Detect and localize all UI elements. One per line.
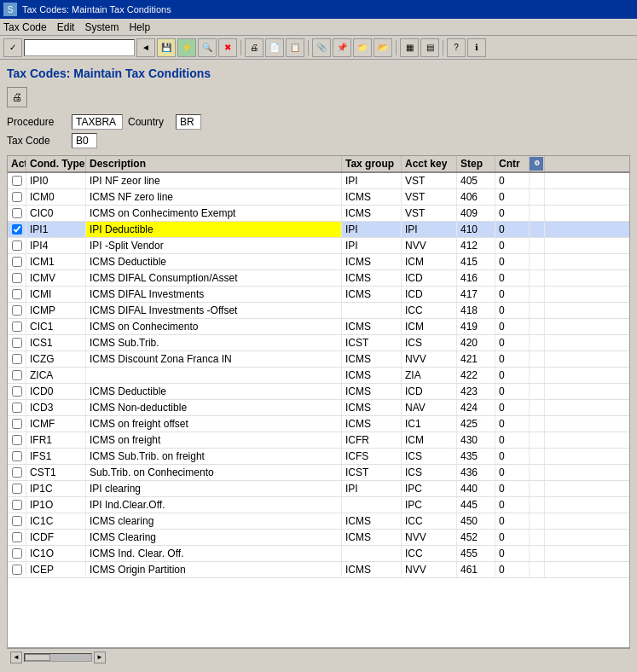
nav-back-btn[interactable]: ◄ [136, 38, 155, 57]
active-checkbox[interactable] [12, 305, 22, 316]
print-action-btn[interactable]: 🖨 [7, 87, 27, 107]
table-row[interactable]: CIC0ICMS on Conhecimento ExemptICMSVST40… [8, 206, 629, 222]
description-cell: ICMS on freight offset [86, 416, 342, 432]
table-row[interactable]: ICD0ICMS DeductibleICMSICD4230 [8, 384, 629, 400]
cond-type-cell: IFS1 [26, 449, 86, 464]
table-row[interactable]: IPI0IPI NF zeor lineIPIVST4050 [8, 173, 629, 189]
scroll-left-btn[interactable]: ◄ [10, 652, 22, 663]
active-checkbox[interactable] [12, 403, 22, 413]
table-row[interactable]: IC1OICMS Ind. Clear. Off.ICC4550 [8, 546, 629, 562]
active-checkbox[interactable] [12, 532, 22, 542]
save-btn[interactable]: 💾 [157, 38, 176, 57]
command-input[interactable] [24, 39, 135, 56]
clipboard3-btn[interactable]: 📁 [353, 38, 372, 57]
active-checkbox[interactable] [12, 484, 22, 494]
table-row[interactable]: IP1OIPI Ind.Clear.Off.IPC4450 [8, 497, 629, 513]
active-checkbox[interactable] [12, 322, 22, 332]
active-checkbox[interactable] [12, 435, 22, 445]
find-btn[interactable]: 🔍 [198, 38, 217, 57]
clipboard-btn[interactable]: 📎 [312, 38, 331, 57]
active-checkbox[interactable] [12, 176, 22, 186]
help-btn[interactable]: ? [447, 38, 466, 57]
table-row[interactable]: ICM0ICMS NF zero lineICMSVST4060 [8, 189, 629, 206]
cntr-cell: 0 [495, 368, 530, 383]
cond-type-cell: ICEP [26, 562, 86, 577]
active-checkbox-cell [8, 287, 26, 302]
clipboard2-btn[interactable]: 📌 [333, 38, 351, 57]
table-row[interactable]: CIC1ICMS on ConhecimentoICMSICM4190 [8, 319, 629, 335]
menu-system[interactable]: System [84, 21, 119, 33]
step-cell: 417 [457, 287, 495, 302]
grid2-btn[interactable]: ▤ [420, 38, 439, 57]
active-checkbox-cell [8, 481, 26, 496]
cond-type-cell: ICM0 [26, 189, 86, 205]
table-row[interactable]: IFS1ICMS Sub.Trib. on freightICFSICS4350 [8, 449, 629, 465]
step-cell: 416 [457, 270, 495, 286]
active-checkbox[interactable] [12, 257, 22, 267]
active-checkbox[interactable] [12, 338, 22, 348]
col-icon: ⚙ [530, 156, 545, 171]
active-checkbox[interactable] [12, 548, 22, 559]
active-checkbox[interactable] [12, 386, 22, 397]
active-checkbox[interactable] [12, 192, 22, 202]
cond-type-cell: ICMI [26, 287, 86, 302]
active-checkbox[interactable] [12, 289, 22, 299]
table-row[interactable]: IPI1IPI DeductibleIPIIPI4100 [8, 222, 629, 238]
clipboard4-btn[interactable]: 📂 [374, 38, 392, 57]
table-row[interactable]: IP1CIPI clearingIPIIPC4400 [8, 481, 629, 497]
print3-btn[interactable]: 📋 [286, 38, 304, 57]
acct-key-cell: IC1 [402, 416, 457, 432]
table-row[interactable]: CST1Sub.Trib. on ConhecimentoICSTICS4360 [8, 465, 629, 481]
table-row[interactable]: ICMPICMS DIFAL Investments -OffsetICC418… [8, 303, 629, 319]
active-checkbox[interactable] [12, 467, 22, 478]
cond-type-cell: IPI1 [26, 222, 86, 237]
active-checkbox[interactable] [12, 565, 22, 575]
info-btn[interactable]: ℹ [467, 38, 486, 57]
table-row[interactable]: ICMIICMS DIFAL InvestmentsICMSICD4170 [8, 287, 629, 303]
table-row[interactable]: ICEPICMS Origin PartitionICMSNVV4610 [8, 562, 629, 578]
table-row[interactable]: ICD3ICMS Non-deductibleICMSNAV4240 [8, 400, 629, 416]
table-row[interactable]: ICMVICMS DIFAL Consumption/AssetICMSICD4… [8, 270, 629, 287]
active-checkbox[interactable] [12, 516, 22, 526]
grid-btn[interactable]: ▦ [400, 38, 419, 57]
table-row[interactable]: ICS1ICMS Sub.Trib.ICSTICS4200 [8, 335, 629, 351]
col-settings-icon[interactable]: ⚙ [530, 157, 543, 171]
table-row[interactable]: ICDFICMS ClearingICMSNVV4520 [8, 530, 629, 546]
shortcut-btn[interactable]: ⚡ [177, 38, 196, 57]
print-btn[interactable]: 🖨 [245, 38, 263, 57]
active-checkbox[interactable] [12, 419, 22, 429]
table-row[interactable]: ICM1ICMS DeductibleICMSICM4150 [8, 254, 629, 270]
tax-group-cell: ICFS [342, 449, 402, 464]
active-checkbox-cell [8, 416, 26, 432]
title-bar-text: Tax Codes: Maintain Tax Conditions [22, 4, 171, 14]
extra-cell [530, 303, 545, 318]
table-row[interactable]: ICMFICMS on freight offsetICMSIC14250 [8, 416, 629, 432]
back-btn[interactable]: ✓ [3, 38, 22, 57]
stop-btn[interactable]: ✖ [218, 38, 237, 57]
active-checkbox[interactable] [12, 240, 22, 251]
table-row[interactable]: ICZGICMS Discount Zona Franca INICMSNVV4… [8, 351, 629, 368]
col-active: Actve [8, 156, 26, 171]
table-row[interactable]: ZICAICMSZIA4220 [8, 368, 629, 384]
active-checkbox[interactable] [12, 224, 22, 235]
menu-taxcode[interactable]: Tax Code [3, 21, 47, 33]
cntr-cell: 0 [495, 432, 530, 448]
cond-type-cell: IFR1 [26, 432, 86, 448]
description-cell: ICMS Sub.Trib. [86, 335, 342, 350]
active-checkbox[interactable] [12, 354, 22, 364]
active-checkbox[interactable] [12, 370, 22, 380]
scroll-right-btn[interactable]: ► [94, 652, 106, 663]
menu-edit[interactable]: Edit [57, 21, 75, 33]
menu-help[interactable]: Help [129, 21, 150, 33]
active-checkbox[interactable] [12, 208, 22, 218]
table-row[interactable]: IC1CICMS clearingICMSICC4500 [8, 513, 629, 530]
active-checkbox[interactable] [12, 500, 22, 510]
table-row[interactable]: IFR1ICMS on freightICFRICM4300 [8, 432, 629, 449]
table-row[interactable]: IPI4IPI -Split VendorIPINVV4120 [8, 238, 629, 254]
print2-btn[interactable]: 📄 [265, 38, 284, 57]
active-checkbox[interactable] [12, 273, 22, 283]
scroll-track[interactable] [24, 653, 92, 662]
active-checkbox[interactable] [12, 451, 22, 461]
cntr-cell: 0 [495, 173, 530, 188]
acct-key-cell: NVV [402, 351, 457, 367]
